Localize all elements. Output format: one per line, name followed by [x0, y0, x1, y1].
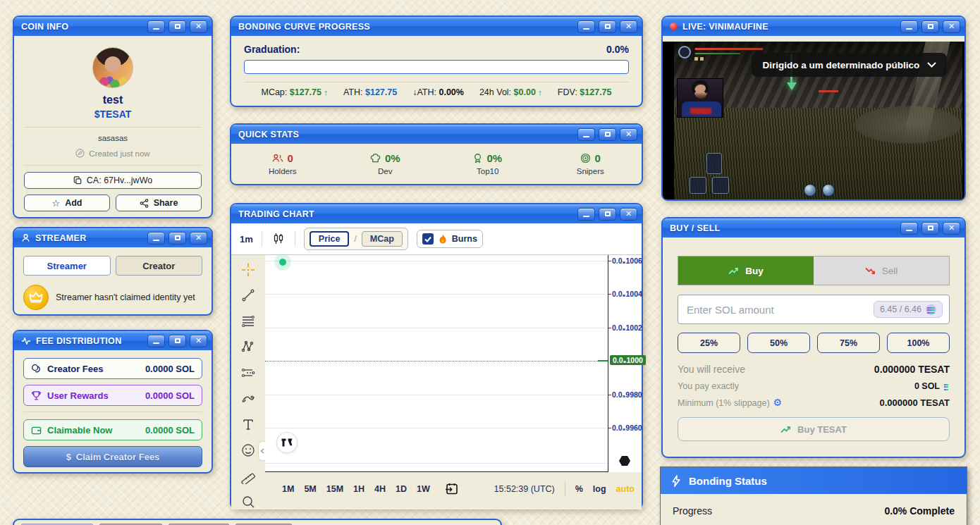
zoom-tool[interactable] — [240, 495, 256, 510]
close-button[interactable]: ✕ — [190, 20, 207, 33]
chart-plot-area[interactable] — [265, 255, 608, 472]
percent-scale-button[interactable]: % — [575, 484, 583, 494]
close-button[interactable]: ✕ — [943, 20, 960, 33]
percent-25-button[interactable]: 25% — [678, 333, 740, 353]
timeframe-15m[interactable]: 15M — [326, 484, 343, 494]
gear-icon[interactable]: ⚙ — [773, 397, 783, 408]
maximize-button[interactable] — [921, 20, 939, 33]
maximize-button[interactable] — [921, 222, 939, 235]
tradingview-logo[interactable] — [276, 432, 298, 453]
percent-75-button[interactable]: 75% — [817, 333, 880, 353]
add-button[interactable]: ☆ Add — [24, 194, 110, 211]
streamer-titlebar[interactable]: STREAMER ✕ — [14, 228, 212, 247]
timeframe-1m[interactable]: 1M — [282, 484, 294, 494]
live-titlebar[interactable]: LIVE: VINIMAUFINE ✕ — [663, 17, 964, 36]
interval-selector[interactable]: 1m — [240, 234, 253, 245]
claim-creator-fees-button[interactable]: $ Claim Creator Fees — [23, 446, 202, 467]
minimize-button[interactable] — [147, 232, 165, 245]
close-button[interactable]: ✕ — [190, 232, 207, 245]
minimize-button[interactable] — [900, 222, 918, 235]
price-mcap-toggle: Price / MCap — [304, 228, 408, 250]
minimize-button[interactable] — [147, 335, 165, 347]
price-axis-label: 0.0₈1002 — [612, 323, 642, 332]
price-axis[interactable]: 0.0₈1006 0.0₈1004 0.0₈1002 0.0₈1000 0.0₉… — [608, 255, 642, 472]
minimize-button[interactable] — [577, 20, 595, 33]
video-player[interactable]: Dirigido a um determinado público — [663, 42, 964, 199]
close-button[interactable]: ✕ — [620, 128, 637, 141]
bonding-status-titlebar[interactable]: Bonding Status — [661, 467, 967, 494]
user-rewards-row: User Rewards 0.0000 SOL — [23, 385, 202, 406]
minimize-button[interactable] — [147, 20, 165, 33]
axis-tick — [608, 328, 611, 328]
timeframe-4h[interactable]: 4H — [374, 484, 386, 494]
close-button[interactable]: ✕ — [620, 20, 637, 33]
buy-tab[interactable]: Buy — [678, 257, 814, 285]
auto-scale-button[interactable]: auto — [616, 484, 635, 494]
burns-checkbox[interactable] — [422, 233, 434, 245]
audience-notice-pill[interactable]: Dirigido a um determinado público — [752, 53, 947, 77]
quick-stats-titlebar[interactable]: QUICK STATS ✕ — [231, 125, 642, 144]
close-button[interactable]: ✕ — [943, 222, 960, 235]
timeframe-1h[interactable]: 1H — [353, 484, 365, 494]
fib-retracement-tool[interactable] — [240, 314, 256, 329]
maximize-button[interactable] — [599, 20, 616, 33]
share-button[interactable]: Share — [116, 194, 202, 211]
maximize-button[interactable] — [599, 208, 616, 221]
maximize-button[interactable] — [599, 128, 616, 141]
chart-clock[interactable]: 15:52:39 (UTC) — [494, 484, 555, 494]
minimize-button[interactable] — [577, 128, 595, 141]
contract-address-button[interactable]: CA: 67Hv...jwWo — [24, 172, 202, 189]
minimize-button[interactable] — [577, 208, 595, 221]
trading-chart-titlebar[interactable]: TRADING CHART ✕ — [231, 204, 642, 223]
fee-titlebar[interactable]: FEE DISTRIBUTION ✕ — [14, 331, 212, 350]
maximize-icon — [605, 211, 611, 216]
trade-event-marker[interactable] — [279, 259, 286, 266]
timeframe-1d[interactable]: 1D — [396, 484, 407, 494]
percent-100-button[interactable]: 100% — [887, 333, 950, 353]
go-to-date-button[interactable] — [444, 481, 460, 497]
maximize-button[interactable] — [169, 20, 186, 33]
maximize-button[interactable] — [169, 232, 186, 245]
tab-streamer[interactable]: Streamer — [23, 256, 111, 276]
position-tool[interactable] — [240, 365, 256, 381]
sell-tab[interactable]: Sell — [814, 257, 949, 285]
timeframe-5m[interactable]: 5M — [304, 484, 316, 494]
brush-tool[interactable] — [240, 391, 256, 407]
coin-created-row: Created just now — [24, 149, 202, 158]
emoji-tool[interactable] — [240, 443, 256, 458]
maximize-button[interactable] — [169, 335, 186, 347]
buy-tesat-button[interactable]: Buy TESAT — [678, 417, 950, 441]
mcap-tab[interactable]: MCap — [362, 231, 403, 247]
minimize-button[interactable] — [900, 20, 918, 33]
bonding-curve-window: BONDING CURVE PROGRESS ✕ Graduation: 0.0… — [230, 16, 643, 107]
pattern-tool[interactable] — [240, 340, 256, 355]
coin-info-titlebar[interactable]: COIN INFO ✕ — [14, 17, 212, 36]
sprout-icon — [75, 149, 85, 158]
minimize-icon — [906, 230, 912, 231]
candlestick-style-button[interactable] — [271, 231, 286, 247]
toolbar-collapse-handle[interactable] — [258, 441, 265, 461]
streamer-title: STREAMER — [35, 233, 87, 243]
close-button[interactable]: ✕ — [190, 335, 207, 347]
trendline-tool[interactable] — [240, 288, 256, 304]
text-tool[interactable] — [240, 416, 256, 432]
log-scale-button[interactable]: log — [593, 484, 606, 494]
live-dot-icon — [670, 23, 678, 30]
partial-bottom-window — [13, 519, 502, 525]
bonding-curve-titlebar[interactable]: BONDING CURVE PROGRESS ✕ — [231, 17, 642, 36]
measure-tool[interactable] — [240, 469, 256, 484]
buy-sell-titlebar[interactable]: BUY / SELL ✕ — [663, 218, 964, 237]
audience-notice-text: Dirigido a um determinado público — [762, 60, 919, 70]
close-icon: ✕ — [625, 130, 632, 139]
timeframe-1w[interactable]: 1W — [417, 484, 430, 494]
tab-creator[interactable]: Creator — [116, 256, 203, 276]
buy-sell-title: BUY / SELL — [670, 223, 721, 233]
crosshair-tool[interactable] — [240, 262, 256, 278]
percent-50-button[interactable]: 50% — [747, 333, 810, 353]
minimize-icon — [153, 240, 159, 241]
price-axis-label: 0.0₈1006 — [612, 257, 642, 265]
buy-tesat-label: Buy TESAT — [797, 424, 847, 435]
activity-icon — [21, 337, 31, 345]
close-button[interactable]: ✕ — [620, 208, 637, 221]
price-tab[interactable]: Price — [310, 231, 350, 247]
